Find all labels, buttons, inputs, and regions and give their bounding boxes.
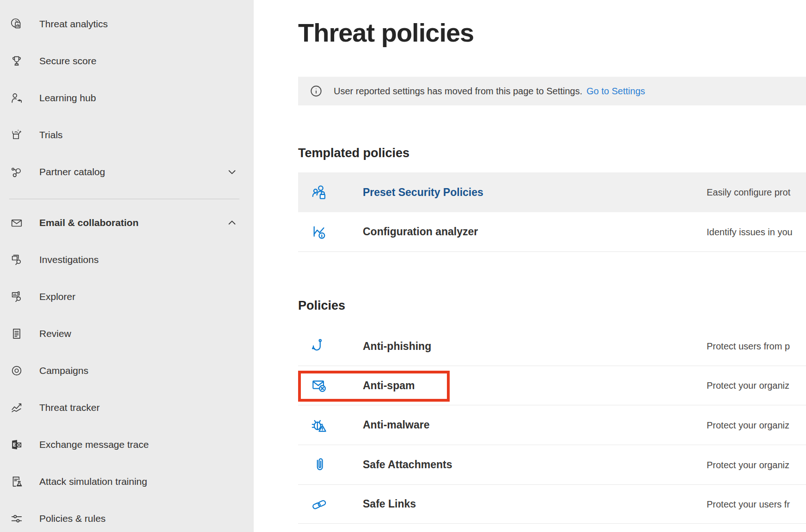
preset-security-icon <box>311 183 328 201</box>
chevron-up-icon[interactable] <box>227 218 237 228</box>
go-to-settings-link[interactable]: Go to Settings <box>586 86 645 97</box>
info-icon <box>310 85 323 98</box>
policy-name-link[interactable]: Preset Security Policies <box>363 186 483 199</box>
policy-description: Protect your organiz <box>707 459 806 470</box>
policy-description: Protect your organiz <box>707 380 806 391</box>
sidebar-item-label: Exchange message trace <box>39 439 149 450</box>
policy-name[interactable]: Configuration analyzer <box>363 226 478 238</box>
sidebar-item-trials[interactable]: Trials <box>0 116 254 153</box>
section-heading-templated-policies: Templated policies <box>298 146 409 160</box>
row-safe-links[interactable]: Safe Links Protect your users fr <box>298 485 806 524</box>
trials-icon <box>9 128 24 142</box>
configuration-analyzer-icon <box>311 223 328 241</box>
policy-description: Protect your users fr <box>707 499 806 509</box>
sidebar-item-label: Email & collaboration <box>39 217 139 228</box>
sidebar-item-label: Threat tracker <box>39 402 100 413</box>
review-icon <box>9 326 24 341</box>
row-safe-attachments[interactable]: Safe Attachments Protect your organiz <box>298 445 806 485</box>
explorer-icon <box>9 289 24 304</box>
learning-hub-icon <box>9 91 24 105</box>
anti-phishing-icon <box>311 337 328 355</box>
safe-links-icon <box>311 495 328 513</box>
security-portal-page: Threat analytics Secure score Learning h… <box>0 0 806 532</box>
sidebar-item-investigations[interactable]: Investigations <box>0 241 254 278</box>
sidebar-item-label: Learning hub <box>39 92 96 104</box>
sidebar-item-label: Partner catalog <box>39 166 105 177</box>
policy-name[interactable]: Anti-malware <box>363 419 429 431</box>
chevron-down-icon[interactable] <box>227 167 237 177</box>
secure-score-icon <box>9 54 24 68</box>
sidebar-item-label: Trials <box>39 129 63 141</box>
sidebar-item-label: Explorer <box>39 291 75 302</box>
sidebar-item-label: Campaigns <box>39 365 88 376</box>
sidebar-item-label: Policies & rules <box>39 513 106 524</box>
row-configuration-analyzer[interactable]: Configuration analyzer Identify issues i… <box>298 212 806 252</box>
sidebar-item-label: Threat analytics <box>39 18 108 30</box>
anti-spam-icon <box>311 377 328 394</box>
email-collaboration-icon <box>9 215 24 230</box>
sidebar-item-secure-score[interactable]: Secure score <box>0 43 254 79</box>
safe-attachments-icon <box>311 456 328 474</box>
sidebar-divider <box>9 199 239 199</box>
main-content: Threat policies User reported settings h… <box>254 0 806 532</box>
policy-description: Protect your organiz <box>707 420 806 430</box>
policies-rules-icon <box>9 511 24 526</box>
sidebar-nav: Threat analytics Secure score Learning h… <box>0 0 254 532</box>
threat-tracker-icon <box>9 400 24 415</box>
sidebar-item-label: Review <box>39 328 71 339</box>
row-anti-malware[interactable]: Anti-malware Protect your organiz <box>298 405 806 445</box>
sidebar-item-label: Attack simulation training <box>39 476 147 487</box>
exchange-icon <box>9 437 24 452</box>
sidebar-item-campaigns[interactable]: Campaigns <box>0 352 254 389</box>
sidebar-item-label: Investigations <box>39 254 98 265</box>
sidebar-item-review[interactable]: Review <box>0 315 254 352</box>
sidebar-item-explorer[interactable]: Explorer <box>0 278 254 315</box>
sidebar-item-learning-hub[interactable]: Learning hub <box>0 79 254 116</box>
threat-analytics-icon <box>9 17 24 31</box>
policy-description: Easily configure prot <box>707 187 806 198</box>
anti-malware-icon <box>311 416 328 434</box>
sidebar-item-email-collaboration[interactable]: Email & collaboration <box>0 204 254 241</box>
banner-message: User reported settings has moved from th… <box>334 86 582 97</box>
sidebar-item-label: Secure score <box>39 55 97 67</box>
policy-description: Identify issues in you <box>707 226 806 237</box>
info-banner: User reported settings has moved from th… <box>298 77 806 105</box>
policy-name[interactable]: Safe Attachments <box>363 459 452 471</box>
row-preset-security-policies[interactable]: Preset Security Policies Easily configur… <box>298 172 806 212</box>
policy-name[interactable]: Safe Links <box>363 498 416 510</box>
attack-simulation-icon <box>9 474 24 489</box>
row-anti-phishing[interactable]: Anti-phishing Protect users from p <box>298 327 806 366</box>
sidebar-item-exchange-message-trace[interactable]: Exchange message trace <box>0 426 254 463</box>
policy-name[interactable]: Anti-spam <box>363 379 415 392</box>
sidebar-item-attack-simulation-training[interactable]: Attack simulation training <box>0 463 254 500</box>
sidebar-item-threat-analytics[interactable]: Threat analytics <box>0 6 254 43</box>
partner-catalog-icon <box>9 165 24 179</box>
section-heading-policies: Policies <box>298 299 345 313</box>
sidebar-item-policies-rules[interactable]: Policies & rules <box>0 500 254 532</box>
sidebar-item-threat-tracker[interactable]: Threat tracker <box>0 389 254 426</box>
sidebar-item-partner-catalog[interactable]: Partner catalog <box>0 153 254 190</box>
page-title: Threat policies <box>298 18 474 48</box>
policy-description: Protect users from p <box>707 341 806 352</box>
policy-name[interactable]: Anti-phishing <box>363 340 431 353</box>
investigations-icon <box>9 252 24 267</box>
campaigns-icon <box>9 363 24 378</box>
row-anti-spam[interactable]: Anti-spam Protect your organiz <box>298 366 806 405</box>
